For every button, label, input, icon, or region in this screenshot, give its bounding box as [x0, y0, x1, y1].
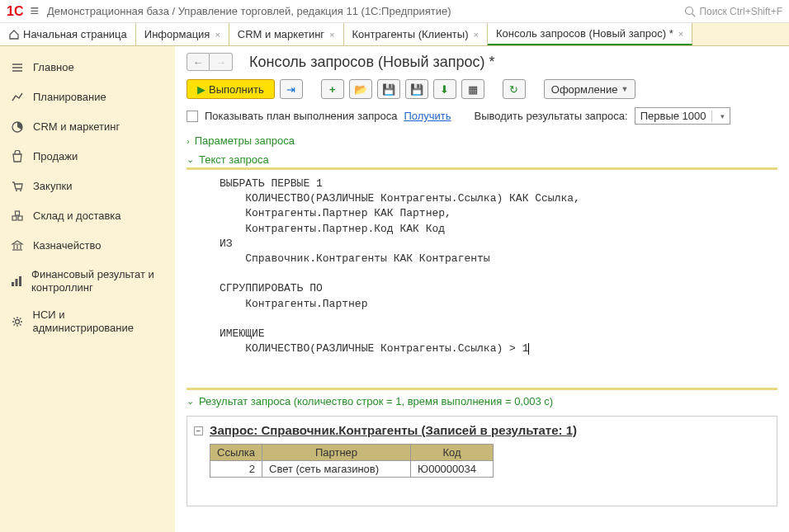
svg-point-7	[20, 190, 21, 191]
svg-rect-10	[16, 211, 20, 215]
get-link[interactable]: Получить	[404, 110, 451, 122]
output-select[interactable]: Первые 1000 ▾	[635, 107, 730, 125]
tab-home-label: Начальная страница	[23, 28, 127, 40]
tab-label: Информация	[144, 28, 210, 40]
logo-1c: 1С	[7, 4, 23, 19]
cell: Ю00000034	[411, 461, 494, 478]
sidebar-item-finance[interactable]: Финансовый результат и контроллинг	[0, 261, 175, 301]
toolbar: ▶ Выполнить ⇥ + 📂 💾 💾 ⬇ ▦ ↻ Оформление ▼	[187, 79, 777, 99]
open-button[interactable]: 📂	[349, 79, 372, 99]
chevron-down-icon: ▼	[621, 85, 628, 93]
design-label: Оформление	[551, 83, 618, 96]
show-plan-label: Показывать план выполнения запроса	[205, 110, 397, 122]
sidebar-item-label: Закупки	[33, 180, 72, 193]
plus-icon: +	[329, 83, 336, 96]
refresh-icon: ↻	[509, 83, 518, 96]
section-params: › Параметры запроса	[187, 133, 777, 148]
refresh-button[interactable]: ↻	[503, 79, 526, 99]
section-params-toggle[interactable]: › Параметры запроса	[187, 133, 777, 148]
query-editor[interactable]: ВЫБРАТЬ ПЕРВЫЕ 1 КОЛИЧЕСТВО(РАЗЛИЧНЫЕ Ко…	[187, 167, 777, 390]
close-icon[interactable]: ×	[215, 30, 220, 40]
design-button[interactable]: Оформление ▼	[544, 79, 636, 99]
cell: 2	[210, 461, 262, 478]
search-box[interactable]: Поиск Ctrl+Shift+F	[684, 6, 782, 17]
sidebar-item-sales[interactable]: Продажи	[0, 142, 175, 172]
nav-forward-button[interactable]: →	[210, 53, 233, 71]
nav-back-button[interactable]: ←	[187, 53, 210, 71]
sidebar-item-warehouse[interactable]: Склад и доставка	[0, 201, 175, 231]
svg-line-1	[692, 13, 696, 16]
query-text: ВЫБРАТЬ ПЕРВЫЕ 1 КОЛИЧЕСТВО(РАЗЛИЧНЫЕ Ко…	[220, 177, 580, 355]
svg-rect-9	[18, 216, 22, 220]
sidebar-item-label: Финансовый результат и контроллинг	[31, 268, 165, 294]
tab-crm[interactable]: CRM и маркетинг ×	[229, 23, 344, 45]
section-query-toggle[interactable]: ⌄ Текст запроса	[187, 152, 777, 167]
gear-icon	[10, 314, 25, 329]
svg-rect-17	[19, 276, 21, 286]
table-row[interactable]: 2 Свет (сеть магазинов) Ю00000034	[210, 461, 494, 478]
result-title: Запрос: Справочник.Контрагенты (Записей …	[210, 423, 770, 437]
sidebar-item-crm[interactable]: CRM и маркетинг	[0, 112, 175, 142]
folder-icon: 📂	[354, 83, 367, 96]
search-icon	[684, 6, 696, 17]
col-header[interactable]: Код	[411, 445, 494, 461]
sidebar-item-admin[interactable]: НСИ и администрирование	[0, 301, 175, 341]
save-button[interactable]: 💾	[377, 79, 400, 99]
boxes-icon	[10, 209, 25, 224]
tab-clients[interactable]: Контрагенты (Клиенты) ×	[344, 23, 488, 45]
save-as-button[interactable]: 💾	[405, 79, 428, 99]
tab-bar: Начальная страница Информация × CRM и ма…	[0, 23, 789, 46]
grid-button[interactable]: ▦	[461, 79, 484, 99]
tab-query-console[interactable]: Консоль запросов (Новый запрос) * ×	[488, 23, 692, 45]
export-icon: ⬇	[440, 83, 449, 96]
output-label: Выводить результаты запроса:	[475, 110, 628, 122]
svg-rect-8	[12, 216, 17, 220]
home-icon	[8, 29, 20, 40]
sidebar-item-label: Планирование	[33, 91, 106, 104]
sidebar-item-label: Склад и доставка	[33, 210, 121, 223]
bank-icon	[10, 238, 25, 253]
step-button[interactable]: ⇥	[280, 79, 303, 99]
close-icon[interactable]: ×	[474, 30, 479, 40]
app-header: 1С ≡ Демонстрационная база / Управление …	[0, 0, 789, 23]
sidebar-item-label: Продажи	[33, 150, 78, 163]
page-title: Консоль запросов (Новый запрос) *	[249, 54, 495, 71]
result-area: − Запрос: Справочник.Контрагенты (Записе…	[187, 416, 777, 506]
disk-as-icon: 💾	[410, 83, 423, 96]
close-icon[interactable]: ×	[678, 29, 683, 39]
tab-label: CRM и маркетинг	[238, 28, 324, 40]
sidebar-item-planning[interactable]: Планирование	[0, 82, 175, 112]
tab-home[interactable]: Начальная страница	[0, 23, 136, 45]
filter-row: Показывать план выполнения запроса Получ…	[187, 107, 777, 125]
section-result-toggle[interactable]: ⌄ Результат запроса (количество строк = …	[187, 393, 777, 409]
chevron-down-icon: ▾	[720, 112, 725, 120]
show-plan-checkbox[interactable]	[187, 111, 198, 122]
section-result-label: Результат запроса (количество строк = 1,…	[199, 395, 553, 407]
sidebar-item-label: Главное	[33, 61, 74, 74]
tab-info[interactable]: Информация ×	[136, 23, 229, 45]
sidebar-item-label: НСИ и администрирование	[33, 308, 166, 334]
sidebar-item-purchases[interactable]: Закупки	[0, 172, 175, 201]
svg-rect-16	[16, 279, 18, 286]
text-cursor	[528, 343, 529, 355]
play-icon: ▶	[197, 83, 206, 96]
sidebar-item-treasury[interactable]: Казначейство	[0, 231, 175, 261]
col-header[interactable]: Партнер	[262, 445, 411, 461]
tab-label: Контрагенты (Клиенты)	[352, 28, 469, 40]
execute-button[interactable]: ▶ Выполнить	[187, 79, 275, 99]
close-icon[interactable]: ×	[329, 30, 334, 40]
tab-label: Консоль запросов (Новый запрос) *	[496, 27, 673, 40]
output-value: Первые 1000	[640, 110, 706, 122]
col-header[interactable]: Ссылка	[210, 445, 262, 461]
bag-icon	[10, 149, 25, 164]
tree-collapse-button[interactable]: −	[194, 426, 203, 435]
hamburger-icon[interactable]: ≡	[30, 2, 39, 20]
export-button[interactable]: ⬇	[433, 79, 456, 99]
sidebar-item-main[interactable]: Главное	[0, 53, 175, 82]
search-placeholder: Поиск Ctrl+Shift+F	[699, 6, 782, 17]
disk-icon: 💾	[382, 83, 395, 96]
header-title: Демонстрационная база / Управление торго…	[47, 5, 684, 17]
grid-icon: ▦	[468, 83, 478, 96]
add-button[interactable]: +	[321, 79, 344, 99]
chevron-right-icon: ›	[187, 136, 190, 146]
